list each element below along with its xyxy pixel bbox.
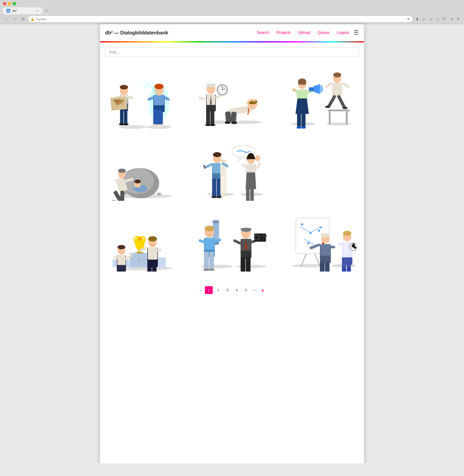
svg-rect-169 [204, 252, 209, 269]
grid-item-9[interactable]: Taktik [276, 206, 364, 276]
pagination-prev[interactable]: « [197, 287, 203, 293]
grid-item-7[interactable]: 1 2 [100, 206, 188, 276]
maximize-button[interactable] [13, 2, 16, 5]
svg-rect-19 [158, 110, 163, 125]
shield-icon[interactable]: 🛡 [442, 16, 447, 22]
svg-rect-154 [147, 266, 152, 272]
browser-toolbar: ‹ › ↻ 🔒 ↻ ⬇ ⌂ ☆ □ 🛡 ↗ ≡ [0, 14, 464, 24]
search-input[interactable] [109, 50, 355, 54]
svg-rect-77 [325, 82, 333, 88]
new-tab-button[interactable]: + [43, 8, 49, 14]
nav-logout[interactable]: Logout [337, 30, 349, 35]
grid-item-6[interactable] [276, 135, 364, 206]
svg-text:db: db [7, 10, 10, 12]
svg-rect-18 [153, 110, 158, 125]
svg-rect-123 [246, 189, 250, 201]
svg-point-2 [119, 125, 147, 129]
page-1[interactable]: 1 [205, 286, 213, 294]
scroll-to-top[interactable]: ▲ [259, 287, 267, 293]
site-header: db² — Dialogbilddatenbank Search Project… [100, 24, 364, 41]
hamburger-icon[interactable]: ☰ [354, 29, 359, 36]
svg-point-85 [157, 193, 161, 195]
svg-rect-225 [342, 268, 346, 272]
svg-point-51 [225, 121, 231, 124]
screenshot-icon[interactable]: □ [435, 16, 441, 22]
grid-item-1[interactable] [100, 64, 188, 135]
svg-rect-188 [233, 239, 242, 245]
svg-rect-211 [325, 262, 330, 272]
image-grid: 1 2 [100, 62, 364, 279]
svg-rect-210 [320, 262, 325, 272]
close-button[interactable] [3, 2, 6, 5]
svg-rect-97 [132, 188, 140, 190]
browser-chrome: db db² ✕ + ‹ › ↻ 🔒 ↻ ⬇ ⌂ ☆ □ 🛡 ↗ ≡ [0, 0, 464, 24]
tab-title: db² [12, 9, 17, 13]
nav-search[interactable]: Search [257, 30, 269, 35]
pagination-next[interactable]: » [251, 287, 257, 293]
svg-rect-128 [256, 162, 262, 169]
svg-rect-180 [241, 257, 245, 272]
page-5[interactable]: 5 [242, 286, 250, 294]
svg-rect-58 [302, 113, 306, 127]
svg-rect-72 [346, 111, 348, 125]
nav-upload[interactable]: Upload [298, 30, 310, 35]
grid-item-8[interactable] [188, 206, 276, 276]
svg-marker-121 [246, 170, 256, 189]
back-button[interactable]: ‹ [3, 16, 10, 22]
svg-text:1: 1 [137, 258, 140, 263]
page-3[interactable]: 3 [223, 286, 231, 294]
download-icon[interactable]: ⬇ [414, 16, 420, 22]
svg-point-10 [120, 85, 128, 90]
page-4[interactable]: 4 [233, 286, 241, 294]
bookmark-icon[interactable]: ☆ [428, 16, 434, 22]
svg-point-216 [321, 233, 330, 236]
svg-rect-122 [246, 164, 256, 172]
menu-icon[interactable]: ≡ [455, 16, 461, 22]
svg-rect-226 [347, 268, 351, 272]
svg-rect-45 [198, 96, 205, 101]
address-bar[interactable]: 🔒 ↻ [28, 16, 413, 22]
nav-projects[interactable]: Projects [277, 30, 291, 35]
home-icon[interactable]: ⌂ [421, 16, 427, 22]
svg-rect-104 [212, 179, 216, 196]
svg-rect-144 [117, 271, 120, 272]
grid-item-5[interactable] [188, 135, 276, 206]
svg-rect-5 [124, 110, 127, 123]
browser-tab[interactable]: db db² ✕ [3, 7, 42, 14]
svg-point-149 [117, 245, 125, 249]
svg-point-79 [325, 106, 330, 108]
svg-rect-192 [262, 235, 267, 237]
search-input-wrapper[interactable] [105, 47, 359, 57]
share-icon[interactable]: ↗ [448, 16, 454, 22]
svg-rect-38 [206, 84, 216, 86]
traffic-lights [3, 2, 16, 5]
svg-rect-22 [154, 95, 164, 105]
grid-item-3[interactable] [276, 64, 364, 135]
tab-close-icon[interactable]: ✕ [36, 9, 39, 12]
minimize-button[interactable] [8, 2, 11, 5]
svg-point-129 [255, 155, 260, 161]
svg-point-141 [138, 237, 141, 241]
svg-point-7 [123, 123, 129, 125]
refresh-icon[interactable]: ↻ [407, 17, 410, 21]
page-2[interactable]: 2 [214, 286, 222, 294]
grid-item-2[interactable] [188, 64, 276, 135]
site-nav: Search Projects Upload Queue Logout [257, 30, 349, 35]
refresh-button[interactable]: ↻ [20, 16, 26, 22]
svg-rect-151 [114, 256, 118, 259]
svg-rect-145 [121, 271, 125, 272]
svg-point-119 [220, 160, 227, 162]
svg-point-107 [216, 196, 222, 198]
svg-rect-155 [152, 266, 157, 272]
svg-point-204 [318, 230, 320, 232]
grid-item-4[interactable] [100, 135, 188, 206]
forward-button[interactable]: › [11, 16, 18, 22]
svg-rect-232 [337, 243, 342, 246]
address-input[interactable] [36, 17, 406, 21]
svg-rect-105 [217, 179, 221, 196]
svg-rect-63 [298, 81, 306, 85]
svg-rect-219 [329, 246, 335, 248]
svg-rect-57 [297, 113, 301, 127]
svg-point-76 [333, 72, 341, 77]
nav-queue[interactable]: Queue [318, 30, 329, 35]
